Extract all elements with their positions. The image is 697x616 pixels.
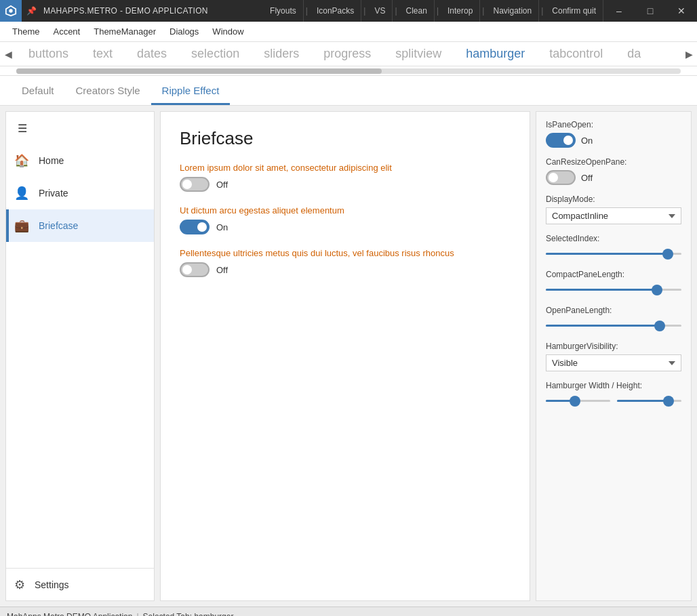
toggle-1[interactable] (180, 177, 210, 192)
menu-accent[interactable]: Accent (46, 24, 87, 39)
hamburger-icon: ☰ (18, 122, 27, 135)
nav-vs[interactable]: VS (367, 0, 393, 22)
close-button[interactable]: ✕ (666, 0, 697, 22)
hamburger-height-slider[interactable] (617, 394, 681, 407)
nav-items: 🏠 Home 👤 Private 💼 Briefcase (6, 144, 154, 356)
selected-index-label: SelectedIndex: (546, 234, 681, 243)
toggle-row-3: Pellentesque ultricies metus quis dui lu… (180, 248, 511, 277)
nav-clean[interactable]: Clean (399, 0, 435, 22)
compact-pane-slider[interactable] (546, 283, 681, 296)
nav-navigation[interactable]: Navigation (486, 0, 539, 22)
compact-pane-thumb[interactable] (652, 285, 662, 295)
nav-sep4: | (435, 0, 441, 22)
tab-selection[interactable]: selection (179, 42, 252, 66)
selected-index-track (546, 253, 681, 255)
tab-splitview[interactable]: splitview (383, 42, 454, 66)
open-pane-thumb[interactable] (654, 321, 665, 331)
hamburger-size-label: Hamburger Width / Height: (546, 381, 681, 390)
prop-hamburger-vis: HamburgerVisibility: Visible Hidden Coll… (546, 342, 681, 371)
subtabs: Default Creators Style Ripple Effect (0, 76, 697, 106)
is-pane-open-toggle[interactable] (546, 133, 576, 148)
menu-thememanager[interactable]: ThemeManager (87, 24, 163, 39)
nav-settings-label: Settings (35, 579, 69, 590)
content-title: Briefcase (180, 128, 511, 149)
tab-text[interactable]: text (81, 42, 125, 66)
nav-iconpacks[interactable]: IconPacks (310, 0, 361, 22)
toggle-track-2 (180, 220, 210, 234)
nav-sep3: | (393, 0, 399, 22)
nav-sep6: | (539, 0, 545, 22)
scroll-left-arrow[interactable]: ◀ (0, 42, 16, 66)
toggle-group-2: On (180, 220, 511, 234)
nav-item-private[interactable]: 👤 Private (6, 177, 154, 209)
briefcase-icon: 💼 (14, 218, 29, 233)
settings-icon: ⚙ (14, 577, 25, 592)
menu-dialogs[interactable]: Dialogs (163, 24, 205, 39)
is-pane-open-track (546, 133, 576, 148)
toggle-thumb-1 (182, 180, 192, 189)
nav-settings[interactable]: ⚙ Settings (6, 568, 154, 600)
nav-flyouts[interactable]: Flyouts (263, 0, 304, 22)
scroll-right-arrow[interactable]: ▶ (681, 42, 697, 66)
hscroll-thumb[interactable] (16, 68, 382, 74)
nav-interop[interactable]: Interop (441, 0, 480, 22)
nav-spacer (6, 356, 154, 569)
tab-buttons[interactable]: buttons (16, 42, 81, 66)
open-pane-track (546, 325, 681, 327)
tab-dates[interactable]: dates (125, 42, 179, 66)
hscroll-track[interactable] (16, 68, 681, 74)
display-mode-select[interactable]: CompactInline Compact Inline Overlay (546, 207, 681, 224)
subtab-ripple[interactable]: Ripple Effect (151, 78, 231, 105)
nav-sep5: | (480, 0, 486, 22)
hamburger-height-thumb[interactable] (663, 396, 674, 407)
compact-pane-track (546, 289, 681, 291)
statusbar-selected-tab: Selected Tab: hamburger (143, 612, 234, 617)
tab-sliders[interactable]: sliders (252, 42, 311, 66)
hamburger-vis-select[interactable]: Visible Hidden Collapsed (546, 354, 681, 371)
prop-compact-pane: CompactPaneLength: (546, 270, 681, 296)
toggle-thumb-3 (182, 265, 192, 274)
tab-da[interactable]: da (615, 42, 653, 66)
hamburger-menu-button[interactable]: ☰ (6, 112, 39, 144)
prop-display-mode: DisplayMode: CompactInline Compact Inlin… (546, 194, 681, 224)
tab-progress[interactable]: progress (311, 42, 383, 66)
selected-index-slider[interactable] (546, 247, 681, 260)
titlebar: 📌 MAHAPPS.METRO - DEMO APPLICATION Flyou… (0, 0, 697, 22)
prop-hamburger-size: Hamburger Width / Height: (546, 381, 681, 407)
is-pane-open-thumb (563, 136, 573, 145)
selected-index-fill (546, 253, 668, 255)
is-pane-open-state: On (581, 136, 593, 146)
toggle-2[interactable] (180, 220, 210, 234)
toggle-3[interactable] (180, 262, 210, 277)
toggle-group-1: Off (180, 177, 511, 192)
tab-tabcontrol[interactable]: tabcontrol (537, 42, 615, 66)
minimize-button[interactable]: – (603, 0, 635, 22)
maximize-button[interactable]: □ (635, 0, 666, 22)
nav-item-briefcase[interactable]: 💼 Briefcase (6, 209, 154, 242)
main-content: ☰ 🏠 Home 👤 Private 💼 Briefcase ⚙ Setting… (0, 106, 697, 607)
hamburger-width-slider[interactable] (546, 394, 610, 407)
selected-index-thumb[interactable] (662, 249, 673, 260)
center-pane: Briefcase Lorem ipsum dolor sit amet, co… (160, 111, 530, 601)
can-resize-state: Off (581, 173, 593, 183)
can-resize-thumb (549, 173, 558, 182)
can-resize-toggle[interactable] (546, 170, 576, 185)
open-pane-slider[interactable] (546, 319, 681, 332)
tab-hamburger[interactable]: hamburger (454, 42, 537, 66)
home-icon: 🏠 (14, 153, 29, 168)
nav-confirm-quit[interactable]: Confirm quit (545, 0, 603, 22)
is-pane-open-label: IsPaneOpen: (546, 120, 681, 129)
nav-item-home-label: Home (39, 155, 64, 166)
menu-window[interactable]: Window (205, 24, 250, 39)
nav-item-home[interactable]: 🏠 Home (6, 144, 154, 177)
subtab-default[interactable]: Default (11, 78, 65, 105)
statusbar-separator: | (136, 612, 138, 617)
nav-item-briefcase-label: Briefcase (39, 220, 78, 231)
menu-theme[interactable]: Theme (5, 24, 46, 39)
open-pane-label: OpenPaneLength: (546, 306, 681, 315)
app-icon (0, 0, 22, 22)
subtab-creators[interactable]: Creators Style (65, 78, 151, 105)
toggle-label-1: Lorem ipsum dolor sit amet, consectetur … (180, 163, 511, 173)
hamburger-width-thumb[interactable] (570, 396, 580, 407)
left-nav-pane: ☰ 🏠 Home 👤 Private 💼 Briefcase ⚙ Setting… (5, 111, 155, 601)
